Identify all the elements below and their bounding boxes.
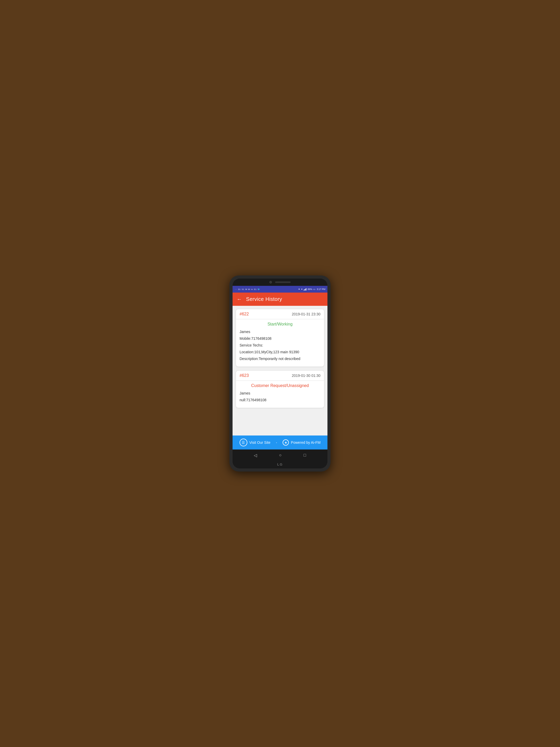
battery-percent: 89% bbox=[308, 288, 312, 290]
powered-by-label: Powered by Ai-FM bbox=[291, 440, 320, 444]
card-623-mobile: null:7176498108 bbox=[240, 397, 320, 403]
card-622-status: Start/Working bbox=[240, 322, 320, 327]
status-right-icons: ✦ ▾ 89% ▭ 3:17 PM bbox=[298, 288, 325, 290]
card-622-techs: Service Techs: bbox=[240, 343, 320, 348]
card-623-date: 2019-01-30 01:30 bbox=[292, 374, 320, 378]
phone-screen: ··· 31 31 M M in 31 🐦 ✦ ▾ 89% ▭ 3:17 PM … bbox=[233, 279, 327, 468]
visit-site-label: Visit Our Site bbox=[249, 440, 270, 444]
phone-top-hardware bbox=[233, 279, 327, 286]
card-622-name: James bbox=[240, 329, 320, 335]
phone-device: ··· 31 31 M M in 31 🐦 ✦ ▾ 89% ▭ 3:17 PM … bbox=[230, 276, 330, 471]
card-622-location: Location:101,MyCity,123 main 91390 bbox=[240, 350, 320, 355]
earpiece-speaker bbox=[275, 281, 291, 283]
card-622-body: Start/Working James Mobile:7176498108 Se… bbox=[236, 319, 324, 366]
separator: · bbox=[276, 440, 277, 445]
card-622-date: 2019-01-31 23:30 bbox=[292, 312, 320, 316]
card-623-id: #623 bbox=[240, 373, 249, 378]
card-623-body: Customer Request/Unassigned James null:7… bbox=[236, 381, 324, 408]
bluetooth-icon: ✦ bbox=[298, 288, 300, 290]
back-nav-button[interactable]: ◁ bbox=[254, 453, 257, 458]
card-623-name: James bbox=[240, 391, 320, 396]
card-622-description: Description:Temporarily not described bbox=[240, 356, 320, 362]
wifi-icon: ▾ bbox=[301, 288, 302, 290]
card-622-mobile: Mobile:7176498108 bbox=[240, 336, 320, 341]
card-622-header: #622 2019-01-31 23:30 bbox=[236, 309, 324, 319]
front-camera bbox=[269, 281, 272, 283]
menu-icon: ☰ bbox=[240, 439, 247, 446]
status-left-icons: ··· 31 31 M M in 31 🐦 bbox=[235, 288, 260, 290]
status-bar: ··· 31 31 M M in 31 🐦 ✦ ▾ 89% ▭ 3:17 PM bbox=[233, 286, 327, 292]
page-title: Service History bbox=[246, 296, 282, 302]
visit-site-button[interactable]: ☰ Visit Our Site bbox=[240, 439, 270, 446]
card-623-header: #623 2019-01-30 01:30 bbox=[236, 371, 324, 381]
card-622-id: #622 bbox=[240, 312, 249, 316]
app-header: ← Service History bbox=[233, 292, 327, 306]
notification-icons: ··· 31 31 M M in 31 🐦 bbox=[235, 288, 260, 290]
time: 3:17 PM bbox=[317, 288, 325, 290]
signal-icon bbox=[303, 288, 306, 290]
android-navbar: ◁ ○ □ bbox=[233, 449, 327, 461]
service-card-623[interactable]: #623 2019-01-30 01:30 Customer Request/U… bbox=[236, 370, 324, 408]
content-area: #622 2019-01-31 23:30 Start/Working Jame… bbox=[233, 306, 327, 436]
home-nav-button[interactable]: ○ bbox=[279, 453, 282, 458]
ai-fm-icon: ⊕ bbox=[283, 439, 289, 446]
footer-bar: ☰ Visit Our Site · ⊕ Powered by Ai-FM bbox=[233, 436, 327, 449]
lg-logo: LG bbox=[233, 461, 327, 468]
back-button[interactable]: ← bbox=[237, 296, 242, 302]
recent-nav-button[interactable]: □ bbox=[303, 453, 306, 458]
service-card-622[interactable]: #622 2019-01-31 23:30 Start/Working Jame… bbox=[236, 309, 324, 367]
battery-icon: ▭ bbox=[313, 288, 316, 290]
powered-by-button[interactable]: ⊕ Powered by Ai-FM bbox=[283, 439, 320, 446]
card-623-status: Customer Request/Unassigned bbox=[240, 383, 320, 388]
